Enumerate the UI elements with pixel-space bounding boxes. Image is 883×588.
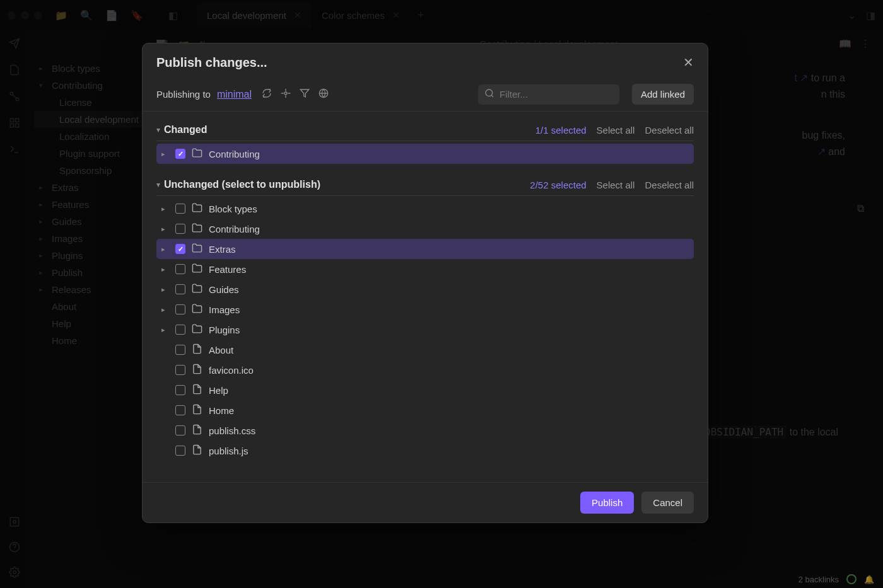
file-label: Contributing (209, 149, 260, 159)
modal-footer: Publish Cancel (143, 482, 708, 522)
checkbox[interactable] (175, 149, 185, 159)
folder-icon (192, 283, 202, 296)
file-label: Help (209, 385, 228, 396)
chevron-down-icon[interactable]: ▾ (156, 180, 160, 189)
chevron-right-icon[interactable]: ▸ (161, 306, 169, 314)
file-label: favicon.ico (209, 365, 254, 376)
checkbox[interactable] (175, 244, 185, 254)
publishing-to-label: Publishing to (156, 89, 211, 100)
changed-section-header: ▾ Changed 1/1 selected Select all Desele… (156, 117, 694, 141)
file-label: Block types (209, 204, 257, 214)
file-label: Home (209, 405, 234, 416)
file-label: Plugins (209, 325, 240, 335)
checkbox[interactable] (175, 284, 185, 294)
section-title: Changed (164, 124, 207, 135)
checkbox[interactable] (175, 264, 185, 274)
file-row-images[interactable]: ▸Images (156, 299, 694, 320)
folder-icon (192, 243, 202, 255)
file-icon (192, 424, 202, 437)
search-icon (484, 88, 494, 101)
chevron-down-icon[interactable]: ▾ (156, 125, 160, 134)
file-row-extras[interactable]: ▸Extras (156, 239, 694, 259)
section-title: Unchanged (select to unpublish) (164, 179, 320, 190)
publish-target-link[interactable]: minimal (217, 89, 252, 100)
folder-icon (192, 303, 202, 316)
chevron-right-icon[interactable]: ▸ (161, 150, 169, 158)
globe-icon[interactable] (319, 88, 329, 101)
checkbox[interactable] (175, 425, 185, 435)
selection-count: 2/52 selected (530, 180, 586, 190)
file-icon (192, 384, 202, 396)
chevron-right-icon[interactable]: ▸ (161, 285, 169, 294)
file-row-favicon-ico[interactable]: favicon.ico (156, 360, 694, 380)
deselect-all-button[interactable]: Deselect all (645, 180, 694, 190)
modal-title: Publish changes... (156, 55, 267, 70)
checkbox[interactable] (175, 446, 185, 456)
folder-icon (192, 222, 202, 235)
svg-point-12 (486, 89, 493, 96)
file-icon (192, 404, 202, 417)
publish-changes-modal: Publish changes... ✕ Publishing to minim… (142, 43, 708, 523)
checkbox[interactable] (175, 224, 185, 234)
modal-header: Publish changes... ✕ (143, 43, 708, 78)
unchanged-section-header: ▾ Unchanged (select to unpublish) 2/52 s… (156, 171, 694, 196)
file-label: Guides (209, 284, 239, 295)
file-icon (192, 364, 202, 376)
select-all-button[interactable]: Select all (597, 125, 635, 135)
file-row-block-types[interactable]: ▸Block types (156, 199, 694, 219)
file-icon (192, 343, 202, 356)
refresh-icon[interactable] (262, 88, 272, 101)
file-label: Features (209, 264, 246, 275)
chevron-right-icon[interactable]: ▸ (161, 265, 169, 274)
modal-subheader: Publishing to minimal Add linked (143, 78, 708, 112)
svg-point-10 (284, 92, 287, 95)
gear-icon[interactable] (281, 88, 291, 101)
file-row-home[interactable]: Home (156, 400, 694, 420)
file-row-publish-js[interactable]: publish.js (156, 441, 694, 461)
file-row-features[interactable]: ▸Features (156, 259, 694, 279)
filter-input-container (478, 84, 619, 105)
chevron-right-icon[interactable]: ▸ (161, 205, 169, 213)
checkbox[interactable] (175, 405, 185, 415)
file-label: Images (209, 304, 240, 315)
filter-icon[interactable] (300, 88, 310, 101)
checkbox[interactable] (175, 365, 185, 375)
publish-button[interactable]: Publish (580, 492, 634, 514)
file-row-help[interactable]: Help (156, 380, 694, 400)
file-row-about[interactable]: About (156, 340, 694, 360)
filter-input[interactable] (500, 89, 613, 100)
chevron-right-icon[interactable]: ▸ (161, 326, 169, 334)
chevron-right-icon[interactable]: ▸ (161, 225, 169, 233)
checkbox[interactable] (175, 345, 185, 355)
file-icon (192, 444, 202, 457)
add-linked-button[interactable]: Add linked (632, 84, 694, 105)
select-all-button[interactable]: Select all (597, 180, 635, 190)
file-row-contributing[interactable]: ▸Contributing (156, 219, 694, 239)
deselect-all-button[interactable]: Deselect all (645, 125, 694, 135)
file-row-publish-css[interactable]: publish.css (156, 420, 694, 441)
checkbox[interactable] (175, 325, 185, 335)
file-row-contributing[interactable]: ▸Contributing (156, 144, 694, 164)
folder-icon (192, 202, 202, 215)
file-row-guides[interactable]: ▸Guides (156, 279, 694, 299)
folder-icon (192, 263, 202, 275)
modal-body[interactable]: ▾ Changed 1/1 selected Select all Desele… (143, 112, 708, 482)
checkbox[interactable] (175, 204, 185, 214)
file-row-plugins[interactable]: ▸Plugins (156, 320, 694, 340)
folder-icon (192, 323, 202, 336)
file-label: Extras (209, 244, 236, 255)
checkbox[interactable] (175, 304, 185, 314)
folder-icon (192, 147, 202, 160)
file-label: About (209, 345, 233, 355)
file-label: Contributing (209, 224, 260, 234)
publish-options (262, 88, 329, 101)
file-label: publish.js (209, 446, 249, 456)
file-label: publish.css (209, 425, 255, 436)
close-icon[interactable]: ✕ (683, 55, 694, 70)
checkbox[interactable] (175, 385, 185, 395)
selection-count: 1/1 selected (535, 125, 587, 135)
cancel-button[interactable]: Cancel (641, 492, 694, 514)
chevron-right-icon[interactable]: ▸ (161, 245, 169, 253)
